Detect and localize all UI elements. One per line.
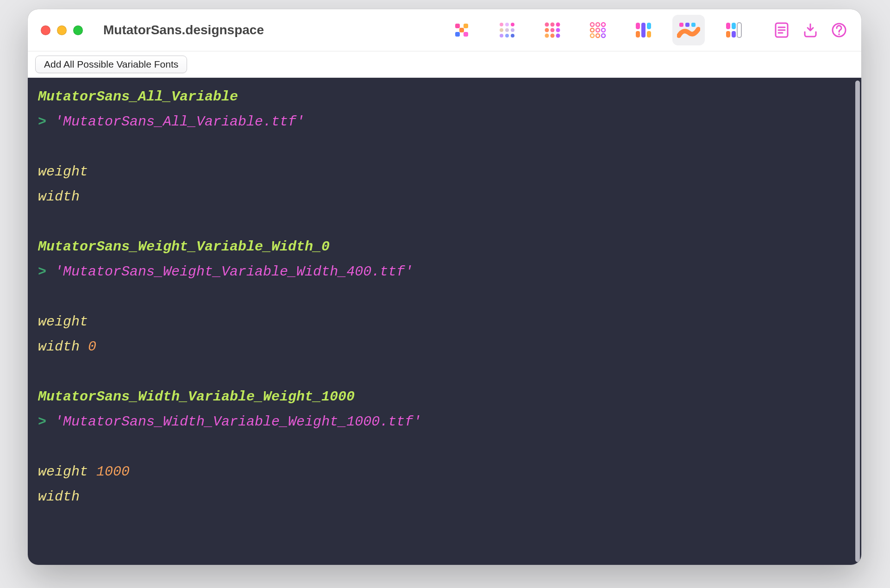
grid-solid-icon: [542, 20, 563, 40]
axis-label: weight: [38, 164, 88, 180]
svg-rect-36: [647, 31, 651, 38]
svg-rect-39: [691, 23, 696, 27]
svg-point-19: [556, 28, 560, 32]
titlebar-right-icons: [772, 21, 848, 39]
svg-rect-35: [647, 23, 651, 29]
svg-point-10: [511, 28, 514, 32]
tab-sources-light[interactable]: [491, 15, 523, 45]
font-name: MutatorSans_Weight_Variable_Width_0: [38, 239, 330, 255]
output-file: 'MutatorSans_Weight_Variable_Width_400.t…: [55, 264, 413, 280]
svg-rect-34: [641, 23, 646, 38]
document-icon: [774, 22, 789, 38]
scrollbar-thumb[interactable]: [855, 81, 860, 562]
svg-point-31: [602, 34, 605, 38]
svg-rect-44: [737, 23, 741, 38]
svg-point-24: [596, 23, 600, 26]
help-icon: [831, 22, 847, 38]
titlebar: MutatorSans.designspace: [28, 9, 861, 51]
axis-label: width: [38, 489, 80, 505]
svg-point-5: [500, 23, 503, 26]
tab-switcher: [445, 15, 750, 45]
download-icon: [802, 22, 819, 38]
sub-toolbar: Add All Possible Variable Fonts: [28, 51, 861, 78]
svg-rect-40: [726, 23, 730, 29]
cross-icon: [451, 20, 472, 40]
svg-point-50: [838, 33, 840, 35]
svg-point-30: [596, 34, 600, 38]
svg-rect-38: [685, 23, 689, 27]
traffic-lights: [41, 25, 83, 35]
svg-point-18: [551, 28, 555, 32]
svg-point-28: [602, 28, 605, 32]
svg-point-27: [596, 28, 600, 32]
svg-point-21: [551, 34, 555, 38]
svg-point-29: [590, 34, 594, 38]
svg-point-26: [590, 28, 594, 32]
font-name: MutatorSans_All_Variable: [38, 89, 238, 105]
svg-point-11: [500, 34, 503, 38]
svg-rect-4: [459, 28, 464, 32]
maximize-button[interactable]: [73, 25, 83, 35]
minimize-button[interactable]: [57, 25, 67, 35]
tab-instances[interactable]: [582, 15, 614, 45]
swoosh-icon: [677, 20, 700, 40]
window-title: MutatorSans.designspace: [103, 23, 264, 38]
swatch-icon: [724, 20, 744, 40]
app-window: MutatorSans.designspace: [28, 9, 861, 565]
grid-ring-icon: [588, 20, 608, 40]
svg-point-13: [511, 34, 514, 38]
output-text[interactable]: MutatorSans_All_Variable > 'MutatorSans_…: [28, 78, 856, 565]
axis-label: weight: [38, 464, 88, 480]
svg-rect-0: [455, 24, 460, 28]
svg-rect-3: [464, 32, 468, 37]
svg-rect-32: [636, 23, 640, 29]
close-button[interactable]: [41, 25, 50, 35]
tab-axes[interactable]: [445, 15, 478, 45]
output-panel: MutatorSans_All_Variable > 'MutatorSans_…: [28, 78, 861, 565]
svg-point-7: [511, 23, 514, 26]
svg-rect-43: [732, 31, 736, 38]
axis-label: width: [38, 189, 80, 205]
svg-point-12: [505, 34, 509, 38]
arrow-icon: >: [38, 414, 46, 430]
svg-point-17: [545, 28, 549, 32]
document-button[interactable]: [772, 21, 791, 39]
tab-variable-fonts[interactable]: [672, 15, 705, 45]
svg-point-8: [500, 28, 503, 32]
svg-point-15: [551, 23, 555, 27]
font-name: MutatorSans_Width_Variable_Weight_1000: [38, 389, 355, 405]
download-button[interactable]: [801, 21, 820, 39]
output-file: 'MutatorSans_Width_Variable_Weight_1000.…: [55, 414, 421, 430]
output-file: 'MutatorSans_All_Variable.ttf': [55, 114, 305, 130]
add-all-variable-fonts-button[interactable]: Add All Possible Variable Fonts: [35, 56, 187, 73]
help-button[interactable]: [830, 21, 848, 39]
axis-label: weight: [38, 314, 88, 330]
tab-sources-solid[interactable]: [536, 15, 569, 45]
axis-value: 1000: [96, 464, 130, 480]
grid-light-icon: [497, 20, 517, 40]
svg-point-25: [602, 23, 605, 26]
svg-rect-1: [464, 24, 468, 28]
svg-point-9: [505, 28, 509, 32]
axis-label: width: [38, 339, 80, 355]
arrow-icon: >: [38, 264, 46, 280]
svg-rect-33: [636, 31, 640, 38]
svg-rect-42: [732, 23, 736, 29]
scrollbar[interactable]: [855, 81, 860, 562]
svg-point-20: [545, 34, 549, 38]
svg-point-6: [505, 23, 509, 26]
svg-point-23: [590, 23, 594, 26]
axis-value: 0: [88, 339, 96, 355]
tab-rules[interactable]: [627, 15, 659, 45]
svg-rect-2: [455, 32, 460, 37]
svg-point-16: [556, 23, 560, 27]
tab-labels[interactable]: [718, 15, 750, 45]
arrow-icon: >: [38, 114, 46, 130]
bars-icon: [633, 20, 653, 40]
svg-point-14: [545, 23, 549, 27]
svg-rect-41: [726, 31, 730, 38]
svg-rect-37: [679, 23, 683, 27]
svg-point-22: [556, 34, 560, 38]
